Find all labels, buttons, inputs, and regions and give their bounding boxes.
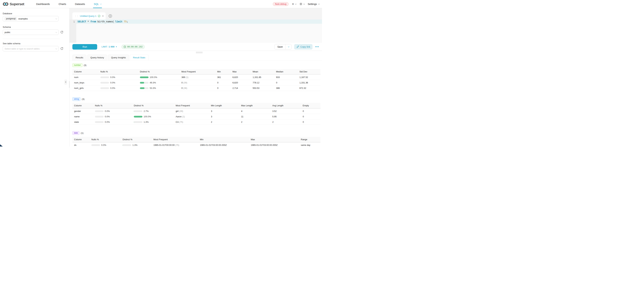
chevron-down-icon	[56, 31, 57, 33]
table-row: ds0.0%1.3%1965-01-01T00:00:00 (75)1965-0…	[72, 142, 320, 146]
tab-result-stats[interactable]: Result Stats	[130, 54, 148, 60]
chevron-down-icon	[56, 18, 57, 19]
stats-table-string: ColumnNulls %Distinct %Most FrequentMin …	[72, 103, 320, 125]
type-badge-date: date	[72, 131, 79, 135]
editor-toolbar: Run LIMIT: 1 000 ▼ 00:00:00.192 Save	[70, 43, 322, 51]
run-button[interactable]: Run	[72, 44, 97, 50]
table-schema-label: See table schema	[3, 42, 67, 45]
collapse-sidebar-button[interactable]: <	[64, 80, 67, 84]
nav-item-charts[interactable]: Charts	[54, 0, 70, 8]
stats-table-number: ColumnNulls %Distinct %Most FrequentMinM…	[72, 69, 320, 91]
pane-resize-handle[interactable]	[196, 52, 203, 54]
percentage-bar	[122, 144, 131, 146]
schema-value: public	[4, 31, 10, 34]
column-header: Range	[301, 137, 320, 142]
nav-item-datasets[interactable]: Datasets	[70, 0, 89, 8]
type-badge-string: string	[72, 97, 80, 101]
query-tab-title: Untitled Query 1	[80, 15, 96, 17]
query-tab[interactable]: ⋮⋮ Untitled Query 1 ✕	[72, 12, 106, 20]
line-number: 1	[70, 20, 76, 24]
column-header: Empty	[303, 103, 320, 108]
table-row: state0.0%1.3%CA (75)2220	[72, 119, 320, 125]
type-badge-number: number	[72, 64, 82, 67]
stats-table-date: ColumnNulls %Distinct %Most FrequentMinM…	[72, 137, 320, 146]
table-row: num_boys0.0%49.3%0 (39)06,820778.1201,33…	[72, 80, 320, 86]
column-header: Column	[72, 103, 95, 108]
results-pane: ResultsQuery historyQuery InsightsResult…	[70, 51, 322, 146]
percentage-bar	[100, 87, 109, 89]
chevron-down-icon	[295, 3, 296, 4]
percentage-bar	[134, 110, 142, 112]
column-header: Max Length	[241, 103, 272, 108]
column-header: Most Frequent	[182, 69, 217, 74]
column-count: (1)	[81, 132, 84, 134]
chevron-down-icon	[56, 48, 57, 49]
close-tab-icon[interactable]: ✕	[102, 15, 104, 17]
table-row: num0.0%100.0%369 (1)3616,8201,331.659331…	[72, 74, 320, 80]
nav-item-sql[interactable]: SQL	[89, 0, 106, 8]
clock-icon	[124, 46, 126, 48]
environment-tag: flask-debug	[273, 2, 288, 6]
tab-query-history[interactable]: Query history	[87, 54, 107, 60]
superset-logo[interactable]: Superset	[3, 2, 24, 6]
table-select[interactable]: Select table or type to search tables	[3, 46, 59, 52]
percentage-bar	[95, 121, 104, 123]
column-header: Distinct %	[134, 103, 176, 108]
result-stats-content: number(3)ColumnNulls %Distinct %Most Fre…	[70, 61, 322, 146]
percentage-bar	[140, 76, 148, 78]
limit-dropdown[interactable]: LIMIT: 1 000 ▼	[102, 46, 117, 48]
chevron-down-icon	[100, 3, 102, 4]
save-button[interactable]: Save	[275, 44, 286, 49]
column-header: Column	[72, 69, 100, 74]
percentage-bar	[100, 82, 109, 84]
column-header: Column	[72, 137, 92, 142]
table-row: num_girls0.0%53.3%0 (36)02,714553.533866…	[72, 86, 320, 91]
sql-lab-sidebar: Database postgresql examples Schema publ…	[0, 8, 70, 146]
percentage-bar	[95, 116, 104, 118]
stats-section-number: number(3)ColumnNulls %Distinct %Most Fre…	[72, 64, 319, 91]
copy-link-button[interactable]: Copy link	[294, 44, 313, 50]
query-timer-badge: 00:00:00.192	[122, 44, 145, 49]
table-row: name0.0%100.0%Aaron (1)3115.950	[72, 114, 320, 119]
column-header: Nulls %	[100, 69, 140, 74]
nav-item-dashboards[interactable]: Dashboards	[32, 0, 54, 8]
percentage-bar	[134, 121, 142, 123]
query-tab-strip: ⋮⋮ Untitled Query 1 ✕ +	[70, 8, 322, 20]
tab-query-insights[interactable]: Query Insights	[108, 54, 129, 60]
column-header: Mean	[253, 69, 276, 74]
column-header: Min	[217, 69, 232, 74]
settings-label: Settings	[308, 2, 317, 6]
percentage-bar	[134, 116, 142, 118]
sql-code-text: SELECT * from birth_names limit 75;	[76, 20, 128, 23]
drag-handle-icon: ⋮⋮	[74, 15, 78, 17]
theme-toggle-button[interactable]	[300, 2, 304, 6]
chevron-down-icon	[288, 46, 289, 47]
limit-value: 1 000	[108, 46, 114, 48]
column-header: Nulls %	[95, 103, 134, 108]
new-item-button[interactable]: +	[292, 2, 296, 6]
save-options-button[interactable]	[286, 44, 291, 49]
database-select[interactable]: postgresql examples	[3, 16, 59, 21]
settings-menu[interactable]: Settings	[308, 2, 319, 6]
new-query-tab-button[interactable]: +	[106, 12, 115, 20]
column-header: Most Frequent	[176, 103, 211, 108]
code-active-line: 1 SELECT * from birth_names limit 75;	[70, 20, 322, 24]
sql-editor-panel: ⋮⋮ Untitled Query 1 ✕ + 1 SELECT * from …	[70, 8, 322, 146]
editor-gutter	[70, 24, 76, 43]
column-count: (3)	[82, 98, 84, 100]
column-header: Most Frequent	[154, 137, 200, 142]
refresh-tables-icon[interactable]	[60, 47, 64, 50]
column-header: Max	[232, 69, 253, 74]
database-label: Database	[3, 12, 67, 15]
column-header: Distinct %	[122, 137, 154, 142]
caret-down-icon: ▼	[116, 46, 117, 48]
tab-results[interactable]: Results	[72, 54, 86, 60]
elapsed-time: 00:00:00.192	[127, 46, 142, 48]
link-icon	[296, 46, 299, 48]
sql-code-editor[interactable]: 1 SELECT * from birth_names limit 75;	[70, 20, 322, 43]
refresh-schemas-icon[interactable]	[60, 31, 64, 34]
schema-select[interactable]: public	[3, 30, 59, 35]
more-actions-button[interactable]: •••	[315, 45, 319, 48]
chevron-down-icon	[318, 3, 320, 4]
column-header: Min	[200, 137, 251, 142]
